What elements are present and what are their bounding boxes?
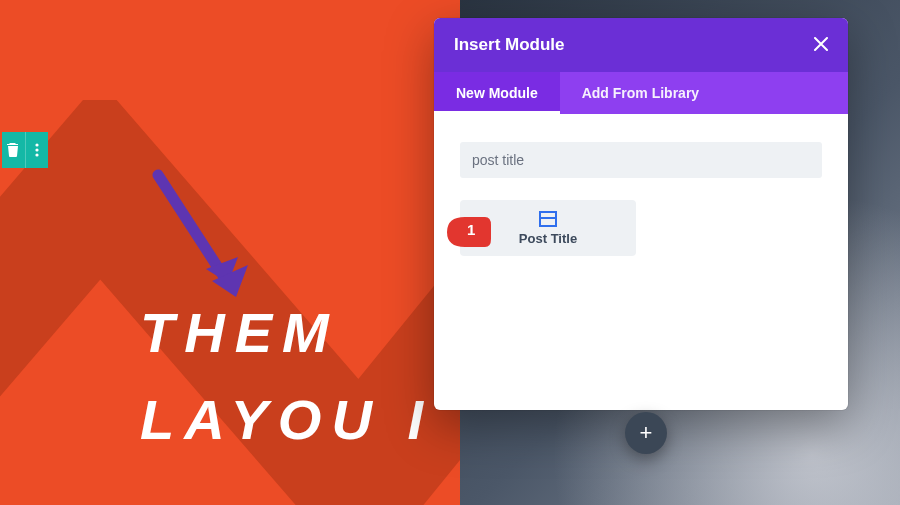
hero-heading: THEM LAYOU I xyxy=(140,290,433,464)
plus-icon: + xyxy=(640,420,653,446)
modal-tabs: New Module Add From Library xyxy=(434,72,848,114)
modal-body: 1 Post Title xyxy=(434,114,848,410)
svg-point-1 xyxy=(35,148,38,151)
tab-add-from-library[interactable]: Add From Library xyxy=(560,72,721,114)
trash-icon xyxy=(7,143,19,157)
module-card-label: Post Title xyxy=(519,231,577,246)
page-stage: THEM LAYOU I Insert Module xyxy=(0,0,900,505)
svg-point-2 xyxy=(35,153,38,156)
modal-title: Insert Module xyxy=(454,35,565,55)
tab-new-module[interactable]: New Module xyxy=(434,72,560,114)
close-icon xyxy=(814,37,828,51)
tab-library-label: Add From Library xyxy=(582,85,699,101)
svg-point-0 xyxy=(35,143,38,146)
insert-module-modal: Insert Module New Module Add From Librar… xyxy=(434,18,848,410)
callout-number: 1 xyxy=(467,221,475,238)
modal-header: Insert Module xyxy=(434,18,848,72)
tab-new-module-label: New Module xyxy=(456,85,538,101)
section-controls xyxy=(2,132,48,168)
hero-line-2: LAYOU I xyxy=(140,388,433,451)
add-module-button[interactable]: + xyxy=(625,412,667,454)
delete-section-button[interactable] xyxy=(2,132,25,168)
modal-close-button[interactable] xyxy=(814,35,828,56)
callout-marker: 1 xyxy=(445,215,493,249)
module-search-input[interactable] xyxy=(460,142,822,178)
annotation-arrow-icon xyxy=(140,165,260,315)
more-section-button[interactable] xyxy=(26,132,49,168)
kebab-icon xyxy=(35,143,39,157)
module-results: 1 Post Title xyxy=(460,200,822,256)
post-title-icon xyxy=(539,211,557,227)
module-card-wrapper: 1 Post Title xyxy=(460,200,822,256)
